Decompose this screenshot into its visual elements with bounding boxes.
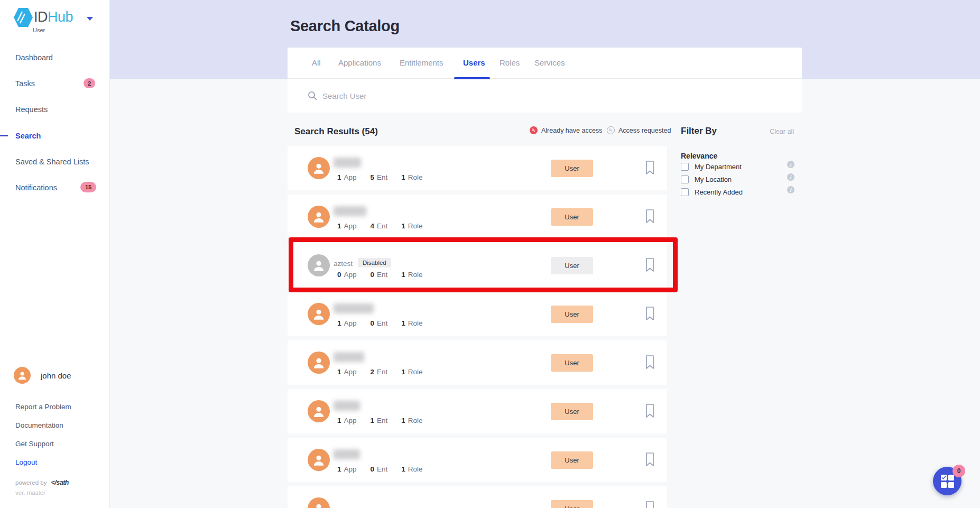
results-heading: Search Results (54) [294, 126, 378, 137]
user-stats: 1App 4Ent 1Role [337, 222, 437, 230]
user-stats: 0App 0Ent 1Role [337, 271, 437, 279]
user-profile[interactable]: john doe [14, 367, 71, 384]
search-result-row[interactable]: 1App 0Ent 1Role User [288, 292, 667, 336]
search-card: All Applications Entitlements Users Role… [288, 48, 802, 113]
redacted-user-name [334, 303, 374, 313]
redacted-user-name [334, 401, 360, 411]
user-type-badge: User [551, 354, 593, 372]
sidebar-item-requests[interactable]: Requests [15, 105, 48, 114]
user-stats: 1App 0Ent 1Role [337, 465, 437, 473]
search-result-row[interactable]: User [288, 486, 667, 508]
bookmark-icon[interactable] [645, 403, 655, 418]
person-icon [312, 453, 326, 467]
sidebar-item-tasks[interactable]: Tasks [15, 79, 35, 88]
user-type-badge: User [551, 451, 593, 469]
bookmark-icon[interactable] [645, 306, 655, 321]
search-result-row[interactable]: 1App 1Ent 1Role User [288, 389, 667, 433]
tab-services[interactable]: Services [534, 58, 565, 67]
filter-option-my-department[interactable]: My Department [681, 163, 742, 171]
user-avatar-disabled [308, 254, 330, 276]
redacted-user-name [334, 449, 360, 459]
documentation-link[interactable]: Documentation [15, 421, 63, 429]
search-result-row[interactable]: 1App 5Ent 1Role User [288, 146, 667, 190]
person-icon [17, 370, 27, 381]
legend-access-requested: Access requested [607, 126, 671, 134]
sidebar-item-saved-shared-lists[interactable]: Saved & Shared Lists [15, 158, 89, 166]
sidebar: IDHub User Dashboard Tasks 2 Requests Se… [0, 0, 110, 508]
search-result-row[interactable]: 1App 0Ent 1Role User [288, 438, 667, 482]
app-logo[interactable]: IDHub [14, 7, 73, 27]
search-input[interactable] [322, 87, 777, 105]
user-stats: 1App 5Ent 1Role [337, 173, 437, 181]
checkbox[interactable] [681, 163, 689, 171]
bookmark-icon[interactable] [645, 501, 655, 508]
grid-check-icon [941, 475, 954, 488]
active-tab-underline [454, 77, 490, 79]
key-filled-icon [530, 126, 538, 134]
user-type-badge: User [551, 208, 593, 226]
person-icon [312, 210, 326, 224]
notifications-count-badge: 15 [80, 182, 96, 192]
logo-text: IDHub [34, 9, 73, 25]
chevron-down-icon[interactable] [87, 17, 93, 21]
tab-all[interactable]: All [312, 58, 321, 67]
info-icon[interactable]: i [787, 186, 794, 193]
user-type-badge: User [551, 160, 593, 177]
powered-by-label: powered by [15, 479, 47, 486]
sidebar-item-dashboard[interactable]: Dashboard [15, 53, 53, 62]
filter-section-relevance: Relevance [681, 152, 717, 160]
user-type-badge: User [551, 306, 593, 323]
bookmark-icon[interactable] [645, 160, 655, 175]
tab-entitlements[interactable]: Entitlements [400, 58, 443, 67]
redacted-user-name [334, 352, 364, 362]
info-icon[interactable]: i [787, 173, 794, 181]
legend-label: Access requested [618, 127, 671, 134]
logout-link[interactable]: Logout [15, 458, 37, 466]
user-avatar [308, 303, 330, 325]
search-result-row-aztest[interactable]: aztest Disabled 0App 0Ent 1Role User [288, 243, 667, 288]
person-icon [312, 404, 326, 418]
filter-option-my-location[interactable]: My Location [681, 176, 732, 183]
search-result-row[interactable]: 1App 4Ent 1Role User [288, 195, 667, 239]
profile-avatar [14, 367, 31, 384]
key-outline-icon [607, 126, 615, 134]
report-problem-link[interactable]: Report a Problem [15, 403, 71, 411]
logo-subtitle: User [33, 27, 45, 33]
user-stats: 1App 2Ent 1Role [337, 368, 437, 376]
bookmark-icon[interactable] [645, 257, 655, 272]
checkbox[interactable] [681, 176, 689, 183]
idhub-hexagon-icon [14, 7, 33, 27]
sidebar-item-notifications[interactable]: Notifications [15, 183, 57, 192]
info-icon[interactable]: i [787, 161, 794, 168]
search-result-row[interactable]: 1App 2Ent 1Role User [288, 340, 667, 385]
catalog-tabs: All Applications Entitlements Users Role… [288, 48, 802, 79]
user-avatar [308, 400, 330, 422]
tab-roles[interactable]: Roles [500, 58, 520, 67]
powered-by: powered by </sath [15, 479, 69, 486]
tasks-count-badge: 2 [84, 78, 95, 88]
person-icon [312, 258, 326, 272]
user-name: aztest [334, 260, 353, 267]
fab-count-badge: 0 [953, 465, 965, 477]
sath-logo: </sath [51, 479, 68, 486]
tab-applications[interactable]: Applications [338, 58, 381, 67]
bookmark-icon[interactable] [645, 355, 655, 370]
tab-users[interactable]: Users [463, 58, 485, 67]
sidebar-item-search[interactable]: Search [15, 132, 41, 140]
checkbox[interactable] [681, 188, 689, 196]
redacted-user-name [334, 206, 366, 216]
user-avatar [308, 157, 330, 179]
redacted-user-name [334, 158, 361, 168]
filter-option-recently-added[interactable]: Recently Added [681, 188, 743, 196]
bookmark-icon[interactable] [645, 452, 655, 467]
get-support-link[interactable]: Get Support [15, 440, 54, 448]
active-item-indicator [0, 135, 8, 136]
bookmark-icon[interactable] [645, 209, 655, 224]
filter-heading: Filter By [681, 126, 717, 136]
clear-all-button[interactable]: Clear all [757, 128, 794, 135]
person-icon [312, 356, 326, 370]
user-type-badge: User [551, 257, 593, 274]
person-icon [312, 307, 326, 321]
disabled-status-badge: Disabled [358, 258, 391, 267]
user-avatar [308, 352, 330, 374]
